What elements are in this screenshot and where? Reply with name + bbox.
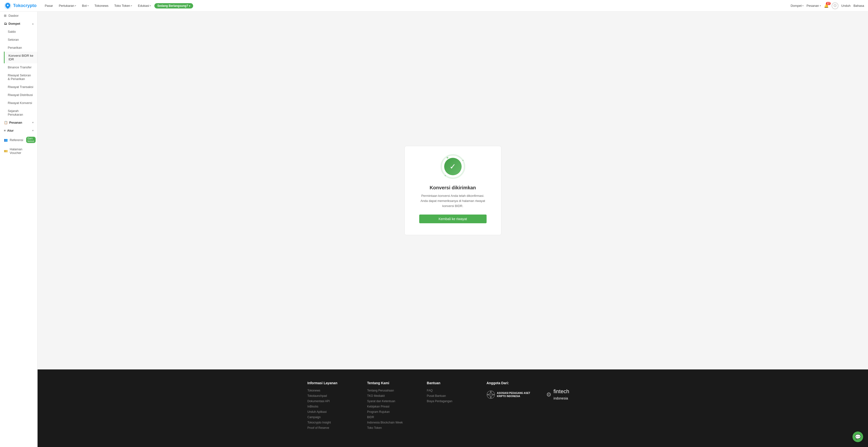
- dot-decoration: [446, 157, 448, 158]
- footer-link-tokocrypto-insight[interactable]: Tokocrypto Insight: [308, 421, 360, 424]
- chevron-down-icon: ▾: [150, 4, 151, 7]
- footer-link-tokolaunchpad[interactable]: Tokolaunchpad: [308, 394, 360, 397]
- avatar[interactable]: ⓘ: [832, 2, 838, 9]
- aspakrindo-logo: ASOSIASI PEDAGANG ASET KRIPTO INDONESIA: [487, 389, 538, 400]
- footer-link-program-rujukan[interactable]: Program Rujukan: [367, 410, 419, 414]
- wallet-icon: 🗂: [4, 22, 7, 26]
- nav-unduh[interactable]: Unduh: [841, 4, 850, 7]
- nav-edukasi[interactable]: Edukasi ▾: [135, 2, 153, 9]
- footer-link-tentang-perusahaan[interactable]: Tentang Perusahaan: [367, 389, 419, 392]
- chat-icon: 💬: [855, 434, 861, 440]
- logo-text: Tokocrypto: [13, 3, 37, 8]
- nav-bot[interactable]: Bot ▾: [80, 2, 91, 9]
- sidebar-item-referensi[interactable]: 👥 Referensi Earn bonus: [0, 135, 37, 145]
- chevron-down-icon: ▾: [189, 5, 190, 7]
- fintech-label: fintech: [554, 388, 569, 394]
- success-circle: ✓: [444, 158, 462, 175]
- footer-col2-title: Tentang Kami: [367, 381, 419, 385]
- sidebar-item-sejarah-penukaran[interactable]: Sejarah Penukaran: [4, 107, 37, 119]
- footer-link-tko-mediakit[interactable]: TKO Mediakit: [367, 394, 419, 397]
- footer-col-informasi: Informasi Layanan Tokonews Tokolaunchpad…: [308, 381, 360, 431]
- sidebar-item-halaman-voucher[interactable]: 🎫 Halaman Voucher: [0, 145, 37, 157]
- sidebar-section-atur[interactable]: ≡ Atur ▾: [0, 126, 37, 135]
- footer-link-bidr[interactable]: BIDR: [367, 416, 419, 419]
- sidebar-item-riwayat-konversi[interactable]: Riwayat Konversi: [4, 99, 37, 107]
- pesanan-icon: 📋: [4, 121, 8, 124]
- fintech-text: fintech indonesia: [554, 388, 569, 401]
- footer-link-indonesia-blockchain-week[interactable]: Indonesia Blockchain Week: [367, 421, 419, 424]
- success-card: ✓ Konversi dikirimkan Permintaan konvers…: [404, 146, 501, 235]
- sidebar-dompet-submenu: Saldo Setoran Penarikan Konversi BIDR ke…: [0, 28, 37, 119]
- aspakrindo-icon: [487, 389, 495, 400]
- info-icon: ⓘ: [834, 4, 837, 8]
- footer-link-kebijakan-privasi[interactable]: Kebijakan Privasi: [367, 405, 419, 408]
- footer-link-toko-token[interactable]: Toko Token: [367, 426, 419, 429]
- logo[interactable]: Tokocrypto: [4, 2, 37, 10]
- logo-icon: [4, 2, 12, 10]
- chevron-down-icon: ▾: [802, 4, 804, 7]
- dot-decoration: [462, 160, 464, 161]
- nav-right: Dompet ▾ Pesanan ▾ 🔔 17 ⓘ Unduh Bahasa: [791, 2, 864, 9]
- sidebar-item-binance-transfer[interactable]: Binance Transfer: [4, 63, 37, 71]
- nav-bahasa[interactable]: Bahasa: [854, 4, 864, 7]
- footer-col-bantuan: Bantuan FAQ Pusat Bantuan Biaya Perdagan…: [427, 381, 478, 431]
- sidebar-item-riwayat-setoran[interactable]: Riwayat Setoran & Penarikan: [4, 71, 37, 83]
- dasbor-icon: ⊞: [4, 14, 6, 18]
- referensi-icon: 👥: [4, 138, 8, 142]
- footer-link-syarat-ketentuan[interactable]: Syarat dan Ketentuan: [367, 399, 419, 403]
- sidebar-item-riwayat-transaksi[interactable]: Riwayat Transaksi: [4, 83, 37, 91]
- footer-link-proof-of-reserve[interactable]: Proof of Reserve: [308, 426, 360, 429]
- chevron-down-icon: ▾: [820, 4, 821, 7]
- fintech-logo: ⚙ fintech indonesia: [546, 388, 598, 401]
- chevron-down-icon: ▾: [32, 129, 33, 132]
- association-logos: ASOSIASI PEDAGANG ASET KRIPTO INDONESIA: [487, 389, 538, 400]
- footer-col-anggota: Anggota Dari: ASOSIASI: [487, 381, 538, 431]
- footer-col3-title: Bantuan: [427, 381, 478, 385]
- notification-count: 17: [826, 2, 831, 5]
- footer-link-inblocks[interactable]: InBlocks: [308, 405, 360, 408]
- content-area: ✓ Konversi dikirimkan Permintaan konvers…: [37, 12, 868, 369]
- footer-link-biaya-perdagangan[interactable]: Biaya Perdagangan: [427, 399, 478, 403]
- footer-link-dokumentasi-api[interactable]: Dokumentasi API: [308, 399, 360, 403]
- fintech-indonesia-label: indonesia: [554, 396, 568, 400]
- nav-pertukaran[interactable]: Pertukaran ▾: [57, 2, 79, 9]
- top-navigation: Tokocrypto Pasar Pertukaran ▾ Bot ▾ Toko…: [0, 0, 868, 12]
- sidebar-item-konversi-bidr[interactable]: Konversi BIDR ke IDR: [4, 52, 37, 63]
- nav-dompet[interactable]: Dompet ▾: [791, 4, 804, 7]
- sidebar-section-pesanan[interactable]: 📋 Pesanan ▾: [0, 119, 37, 126]
- success-title: Konversi dikirimkan: [419, 185, 487, 190]
- back-to-history-button[interactable]: Kembali ke riwayat: [419, 214, 487, 223]
- settings-icon: ≡: [4, 129, 6, 132]
- sidebar-item-penarikan[interactable]: Penarikan: [4, 43, 37, 52]
- notification-bell[interactable]: 🔔 17: [824, 3, 829, 8]
- chevron-up-icon: ▴: [32, 22, 33, 25]
- chat-button[interactable]: 💬: [852, 431, 863, 442]
- chevron-down-icon: ▾: [32, 121, 33, 124]
- footer-link-tokonews[interactable]: Tokonews: [308, 389, 360, 392]
- footer-link-campaign[interactable]: Campaign: [308, 416, 360, 419]
- sidebar-item-setoran[interactable]: Setoran: [4, 36, 37, 43]
- nav-pasar[interactable]: Pasar: [42, 2, 56, 9]
- sidebar: ⊞ Dasbor 🗂 Dompet ▴ Saldo Setoran Penari…: [0, 12, 37, 447]
- nav-menu: Pasar Pertukaran ▾ Bot ▾ Tokonews Toko T…: [42, 2, 791, 9]
- footer-col1-title: Informasi Layanan: [308, 381, 360, 385]
- footer-link-unduh-aplikasi[interactable]: Unduh Aplikasi: [308, 410, 360, 414]
- sidebar-item-dasbor[interactable]: ⊞ Dasbor: [0, 12, 37, 20]
- success-icon-wrap: ✓: [419, 158, 487, 175]
- nav-pesanan[interactable]: Pesanan ▾: [806, 4, 821, 7]
- sidebar-item-saldo[interactable]: Saldo: [4, 28, 37, 36]
- sidebar-section-dompet[interactable]: 🗂 Dompet ▴: [0, 20, 37, 28]
- footer-grid: Informasi Layanan Tokonews Tokolaunchpad…: [308, 381, 598, 431]
- aspakrindo-text: ASOSIASI PEDAGANG ASET KRIPTO INDONESIA: [497, 391, 539, 398]
- footer-col-fintech: ⚙ fintech indonesia: [546, 381, 598, 431]
- sidebar-item-riwayat-distribusi[interactable]: Riwayat Distribusi: [4, 91, 37, 99]
- check-icon: ✓: [450, 162, 456, 171]
- nav-tokonews[interactable]: Tokonews: [92, 2, 111, 9]
- fintech-gear-icon: ⚙: [546, 391, 552, 398]
- footer-link-pusat-bantuan[interactable]: Pusat Bantuan: [427, 394, 478, 397]
- nav-toko-token[interactable]: Toko Token ▾: [112, 2, 135, 9]
- footer-link-faq[interactable]: FAQ: [427, 389, 478, 392]
- main-content: ✓ Konversi dikirimkan Permintaan konvers…: [37, 12, 868, 447]
- dot-decoration: [445, 175, 446, 176]
- live-badge[interactable]: Sedang Berlangsung? ▾: [154, 3, 193, 8]
